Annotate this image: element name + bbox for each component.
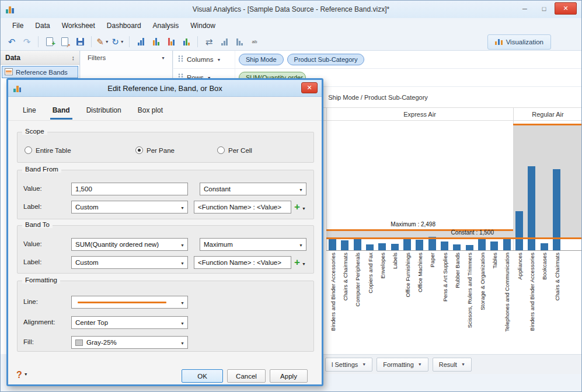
- menu-window[interactable]: Window: [184, 19, 221, 32]
- save-icon: [76, 38, 84, 46]
- dialog-tab-band[interactable]: Band: [48, 103, 75, 120]
- columns-shelf-label-zone[interactable]: Columns ▼: [173, 51, 235, 68]
- menu-dashboard[interactable]: Dashboard: [101, 19, 147, 32]
- bar-telephones-and-communication[interactable]: [503, 237, 511, 250]
- bar-scissors-rulers-and-trimmers[interactable]: [466, 245, 473, 250]
- menu-worksheet[interactable]: Worksheet: [56, 19, 101, 32]
- band-from-add-label-button[interactable]: + ▼: [294, 201, 306, 213]
- minimize-button[interactable]: ─: [516, 2, 534, 15]
- filters-label: Filters: [88, 54, 106, 61]
- bar-computer-peripherals[interactable]: [354, 237, 361, 250]
- fill-select[interactable]: Gray-25% ▼: [71, 336, 188, 349]
- fill-value: Gray-25%: [86, 339, 117, 346]
- close-button[interactable]: ✕: [555, 2, 577, 15]
- bar-labels[interactable]: [391, 244, 399, 250]
- bar-pens-art-supplies[interactable]: [441, 242, 448, 250]
- dialog-tab-line[interactable]: Line: [18, 103, 41, 120]
- bottom-tab-result[interactable]: Result▼: [433, 358, 472, 372]
- pane-header-regular-air: Regular Air: [513, 108, 582, 121]
- category-label: Office Machines: [417, 253, 423, 292]
- title-bar: Visual Analytics - [Sample Data Source -…: [1, 1, 581, 18]
- chevron-down-icon: ▼: [180, 243, 184, 247]
- bar-chairs-chairmats[interactable]: [341, 240, 348, 250]
- labels-button[interactable]: [179, 35, 193, 49]
- menu-data[interactable]: Data: [29, 19, 55, 32]
- bar-envelopes[interactable]: [378, 243, 386, 250]
- sort-ascending-button[interactable]: [217, 35, 231, 49]
- sort-descending-button[interactable]: [232, 35, 246, 49]
- menu-analysis[interactable]: Analysis: [147, 19, 185, 32]
- highlight-button[interactable]: [164, 35, 178, 49]
- chevron-down-icon: ▼: [105, 40, 109, 44]
- category-label: Binders and Binder Accessories: [529, 253, 535, 331]
- bar-rubber-bands[interactable]: [453, 244, 461, 250]
- bottom-tab-l-settings[interactable]: l Settings▼: [325, 358, 372, 372]
- bar-storage-organization[interactable]: [478, 238, 486, 250]
- dashboard-icon: [153, 38, 159, 46]
- pill-ship-mode[interactable]: Ship Mode: [239, 54, 284, 65]
- save-button[interactable]: [73, 35, 87, 49]
- data-panel-title: Data: [5, 54, 20, 62]
- cancel-button[interactable]: Cancel: [227, 369, 266, 383]
- band-to-label-format-input[interactable]: [194, 256, 291, 269]
- bottom-tab-formatting[interactable]: Formatting▼: [377, 358, 428, 372]
- help-button[interactable]: ? ▼: [16, 370, 28, 380]
- dialog-close-button[interactable]: ✕: [301, 82, 318, 93]
- band-to-add-label-button[interactable]: + ▼: [294, 257, 306, 268]
- duplicate-icon: [61, 37, 68, 46]
- radio-per-cell[interactable]: Per Cell: [217, 146, 252, 154]
- alignment-select[interactable]: Center Top ▼: [71, 316, 188, 329]
- radio-per-pane[interactable]: Per Pane: [135, 146, 175, 154]
- category-label: Storage & Organization: [479, 253, 486, 310]
- dashboard-button[interactable]: [149, 35, 163, 49]
- bar-office-machines[interactable]: [416, 240, 423, 250]
- dialog-tab-distribution[interactable]: Distribution: [82, 103, 126, 120]
- ok-button[interactable]: OK: [182, 369, 223, 383]
- redo-icon: ↷: [23, 37, 31, 46]
- toolbar-separator: [129, 36, 130, 47]
- radio-dot-icon: [217, 146, 225, 154]
- bar-appliances[interactable]: [515, 211, 523, 250]
- filters-header[interactable]: Filters ▼: [81, 51, 172, 65]
- pill-product-sub-category[interactable]: Product Sub-Category: [287, 54, 365, 65]
- format-painter-button[interactable]: ✎▼: [96, 35, 110, 49]
- chevron-down-icon: ▼: [299, 188, 303, 192]
- dialog-title-bar: Edit Reference Line, Band, or Box ✕: [8, 80, 322, 97]
- category-label: Bookcases: [541, 253, 548, 279]
- radio-entire-table[interactable]: Entire Table: [25, 146, 71, 154]
- band-from-label-format-input[interactable]: [194, 201, 291, 214]
- category-label: Office Furnishings: [405, 253, 411, 297]
- redo-button[interactable]: ↷: [20, 35, 34, 49]
- undo-button[interactable]: ↶: [5, 35, 19, 49]
- reference-bands-item[interactable]: Reference Bands: [2, 66, 78, 78]
- band-from-label-mode-select[interactable]: Custom ▼: [71, 201, 188, 214]
- band-to-aggregation-select[interactable]: Maximum ▼: [200, 238, 306, 251]
- duplicate-button[interactable]: [58, 35, 72, 49]
- band-to-value-select[interactable]: SUM(Quantity ordered new) ▼: [71, 238, 188, 251]
- swap-axes-button[interactable]: ⇄: [202, 35, 216, 49]
- maximize-button[interactable]: □: [535, 2, 553, 15]
- bar-office-furnishings[interactable]: [403, 239, 411, 250]
- text-labels-button[interactable]: ab: [248, 35, 262, 49]
- format-painter-icon: ✎: [96, 37, 104, 46]
- bar-binders-and-binder-accessories[interactable]: [329, 237, 336, 250]
- menu-file[interactable]: File: [6, 19, 29, 32]
- bar-tables[interactable]: [490, 242, 498, 250]
- new-worksheet-button[interactable]: [43, 35, 57, 49]
- scope-caption: Scope: [22, 128, 47, 135]
- refresh-button[interactable]: ↻▼: [111, 35, 125, 49]
- bar-copiers-and-fax[interactable]: [366, 244, 374, 250]
- apply-button[interactable]: Apply: [270, 369, 308, 383]
- dialog-tab-box-plot[interactable]: Box plot: [133, 103, 168, 120]
- visualization-tab[interactable]: Visualization: [487, 34, 551, 50]
- band-to-label-mode-select[interactable]: Custom ▼: [71, 256, 188, 269]
- category-label: Labels: [392, 253, 398, 269]
- bar-chart-button[interactable]: [134, 35, 148, 49]
- line-style-select[interactable]: ▼: [71, 296, 188, 309]
- data-panel-header[interactable]: Data ↕: [1, 51, 79, 65]
- bar-bookcases[interactable]: [541, 243, 548, 250]
- band-from-value-input[interactable]: [71, 183, 188, 195]
- band-from-aggregation-select[interactable]: Constant ▼: [200, 183, 306, 195]
- sort-toggle-icon[interactable]: ↕: [72, 54, 75, 61]
- toolbar-separator: [91, 36, 92, 47]
